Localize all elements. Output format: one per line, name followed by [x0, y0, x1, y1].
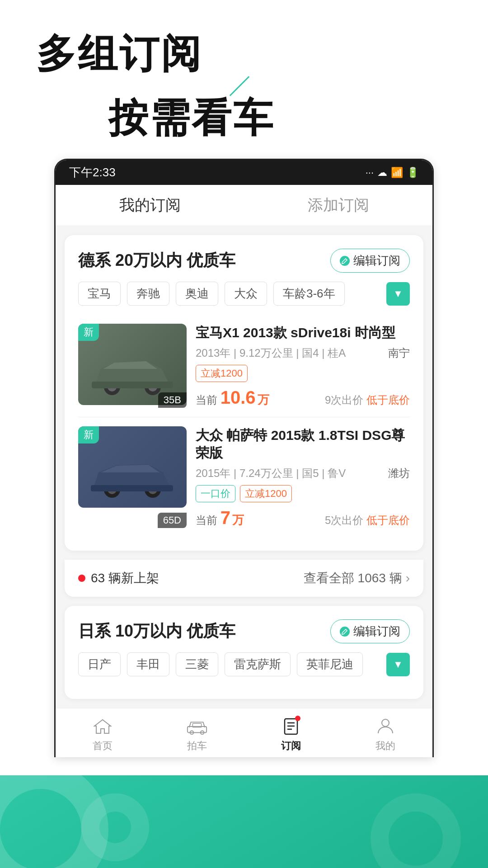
red-dot	[78, 575, 85, 582]
tag-nissan: 日产	[78, 652, 121, 676]
chevron-right-icon: ›	[406, 571, 410, 585]
car-meta-2: 2015年 | 7.24万公里 | 国5 | 鲁V 潍坊	[196, 466, 410, 481]
nav-label-home: 首页	[93, 739, 113, 753]
battery-icon: 🔋	[407, 167, 419, 179]
hero-title-1: 多组订阅	[36, 27, 452, 81]
circle-decoration-3	[371, 793, 461, 868]
tab-bar: 我的订阅 添加订阅	[56, 185, 432, 226]
tag-benz: 奔驰	[127, 282, 169, 306]
price-row-2: 当前 7 万 5次出价 低于底价	[196, 508, 410, 528]
car-listing-2[interactable]: 新 65D 大众 帕萨特 2015款 1.8TSI DSG尊荣版 2015年 |…	[78, 417, 410, 537]
phone-mockup: 下午2:33 ··· ☁ 📶 🔋 我的订阅 添加订阅 德系 20万以内 优质车	[54, 159, 434, 757]
signal-strength-icon: 📶	[391, 167, 403, 179]
nav-label-profile: 我的	[375, 739, 395, 753]
id-badge-1: 35B	[158, 392, 187, 408]
tab-my-subscription[interactable]: 我的订阅	[56, 185, 244, 226]
tag-age: 车龄3-6年	[273, 282, 345, 306]
card-title-2: 日系 10万以内 优质车	[78, 620, 235, 642]
edit-subscription-2-button[interactable]: 编辑订阅	[330, 619, 410, 643]
fixed-price-tag-2: 一口价	[196, 485, 235, 502]
home-icon	[91, 716, 114, 736]
tags-expand-button[interactable]: ▼	[386, 282, 410, 306]
tag-lexus: 雷克萨斯	[225, 652, 291, 676]
edit-icon	[340, 256, 350, 266]
tag-toyota: 丰田	[127, 652, 169, 676]
id-badge-2: 65D	[158, 513, 187, 528]
circle-decoration-2	[81, 793, 149, 861]
tag-audi: 奥迪	[176, 282, 218, 306]
user-icon	[374, 716, 397, 736]
tag-vw: 大众	[225, 282, 267, 306]
car-image-wrap-2: 新 65D	[78, 426, 187, 528]
status-icons: ··· ☁ 📶 🔋	[366, 167, 419, 179]
card-header-1: 德系 20万以内 优质车 编辑订阅	[78, 249, 410, 273]
edit-icon-2	[340, 627, 350, 637]
hero-section: 多组订阅 按需看车 下午2:33 ··· ☁ 📶 🔋 我的订阅 添加订阅	[0, 0, 488, 775]
wifi-icon: ☁	[377, 167, 387, 179]
car-image-wrap-1: 新 35B	[78, 324, 187, 408]
subscription-card-2: 日系 10万以内 优质车 编辑订阅 日产 丰田 三菱 雷克萨斯	[65, 606, 423, 699]
new-badge-2: 新	[78, 426, 99, 443]
tag-mitsubishi: 三菱	[176, 652, 218, 676]
card-header-2: 日系 10万以内 优质车 编辑订阅	[78, 619, 410, 643]
nav-item-subscription[interactable]: 订阅	[244, 716, 338, 753]
hero-title-2: 按需看车	[108, 91, 452, 145]
car-name-1: 宝马X1 2013款 sDrive18i 时尚型	[196, 324, 410, 341]
edit-subscription-1-button[interactable]: 编辑订阅	[330, 249, 410, 273]
tags-row-1: 宝马 奔驰 奥迪 大众 车龄3-6年 ▼	[78, 282, 410, 306]
car-icon	[186, 716, 208, 736]
nav-item-profile[interactable]: 我的	[338, 716, 433, 753]
tags-row-2: 日产 丰田 三菱 雷克萨斯 英菲尼迪 ▼	[78, 652, 410, 676]
new-count: 63 辆新上架	[78, 570, 159, 587]
bottom-nav: 首页 拍车	[56, 708, 432, 757]
price-tags-2: 一口价 立减1200	[196, 485, 410, 502]
status-bar: 下午2:33 ··· ☁ 📶 🔋	[56, 160, 432, 185]
tag-bmw: 宝马	[78, 282, 121, 306]
content-area: 德系 20万以内 优质车 编辑订阅 宝马 奔驰 奥迪	[56, 226, 432, 708]
new-badge-1: 新	[78, 324, 99, 341]
svg-rect-9	[91, 485, 173, 491]
signal-icon: ···	[366, 167, 374, 179]
nav-item-auction[interactable]: 拍车	[150, 716, 244, 753]
nav-label-auction: 拍车	[187, 739, 207, 753]
discount-tag-2: 立减1200	[240, 485, 292, 502]
tags-expand-2-button[interactable]: ▼	[386, 653, 410, 676]
green-bg-decoration	[0, 775, 488, 868]
svg-point-18	[382, 719, 389, 726]
discount-tag-1: 立减1200	[196, 365, 248, 382]
car-meta-1: 2013年 | 9.12万公里 | 国4 | 桂A 南宁	[196, 346, 410, 360]
status-time: 下午2:33	[69, 165, 116, 180]
subscription-icon	[280, 716, 302, 736]
svg-rect-4	[92, 382, 173, 388]
car-info-2: 大众 帕萨特 2015款 1.8TSI DSG尊荣版 2015年 | 7.24万…	[196, 426, 410, 528]
nav-label-subscription: 订阅	[281, 739, 301, 753]
car-name-2: 大众 帕萨特 2015款 1.8TSI DSG尊荣版	[196, 426, 410, 462]
card-title-1: 德系 20万以内 优质车	[78, 250, 235, 272]
bottom-info-bar: 63 辆新上架 查看全部 1063 辆 ›	[65, 560, 423, 597]
tag-infiniti: 英菲尼迪	[297, 652, 363, 676]
subscription-card-1: 德系 20万以内 优质车 编辑订阅 宝马 奔驰 奥迪	[65, 235, 423, 551]
nav-item-home[interactable]: 首页	[56, 716, 150, 753]
car-info-1: 宝马X1 2013款 sDrive18i 时尚型 2013年 | 9.12万公里…	[196, 324, 410, 408]
price-tags-1: 立减1200	[196, 365, 410, 382]
price-row-1: 当前 10.6 万 9次出价 低于底价	[196, 387, 410, 408]
tab-add-subscription[interactable]: 添加订阅	[244, 185, 432, 226]
car-listing-1[interactable]: 新 35B 宝马X1 2013款 sDrive18i 时尚型 2013年 | 9…	[78, 315, 410, 417]
view-all-button[interactable]: 查看全部 1063 辆 ›	[304, 570, 410, 587]
